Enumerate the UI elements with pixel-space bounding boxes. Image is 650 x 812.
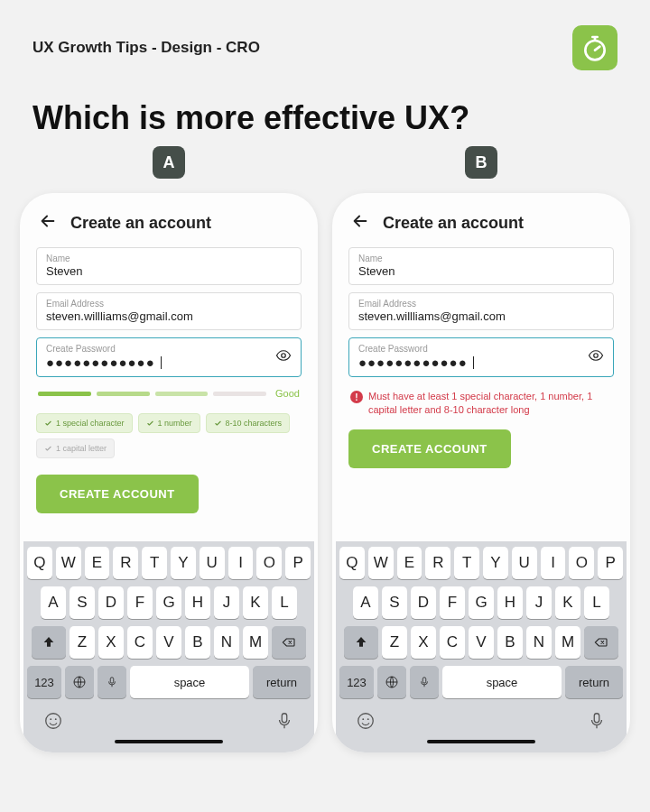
- strength-seg-4: [213, 392, 266, 396]
- password-field[interactable]: Create Password ●●●●●●●●●●●●: [348, 337, 614, 377]
- globe-key[interactable]: [65, 666, 94, 698]
- globe-key[interactable]: [377, 666, 406, 698]
- key-y[interactable]: Y: [483, 547, 508, 579]
- key-r[interactable]: R: [425, 547, 450, 579]
- key-h[interactable]: H: [497, 586, 523, 619]
- return-key[interactable]: return: [565, 666, 623, 698]
- key-w[interactable]: W: [56, 547, 81, 579]
- key-v[interactable]: V: [469, 626, 494, 659]
- svg-point-11: [358, 714, 374, 729]
- svg-rect-7: [282, 714, 287, 723]
- key-y[interactable]: Y: [171, 547, 196, 579]
- eye-icon[interactable]: [275, 347, 292, 367]
- emoji-icon[interactable]: [356, 711, 376, 734]
- key-q[interactable]: Q: [339, 547, 365, 579]
- key-s[interactable]: S: [382, 586, 407, 619]
- strength-seg-3: [155, 392, 209, 396]
- key-m[interactable]: M: [243, 626, 268, 659]
- key-c[interactable]: C: [127, 626, 153, 659]
- space-key[interactable]: space: [442, 666, 562, 698]
- email-value: steven.willliams@gmail.com: [358, 309, 604, 323]
- rule-chip: 8-10 characters: [206, 413, 291, 433]
- key-t[interactable]: T: [142, 547, 167, 579]
- svg-rect-14: [594, 714, 599, 723]
- key-p[interactable]: P: [285, 547, 311, 579]
- key-k[interactable]: K: [555, 586, 580, 619]
- key-n[interactable]: N: [526, 626, 552, 659]
- backspace-key[interactable]: [584, 626, 618, 659]
- key-j[interactable]: J: [214, 586, 239, 619]
- email-field[interactable]: Email Address steven.willliams@gmail.com: [36, 292, 302, 330]
- key-x[interactable]: X: [98, 626, 124, 659]
- key-m[interactable]: M: [555, 626, 580, 659]
- brand-stopwatch-icon: [572, 25, 618, 70]
- back-arrow-icon[interactable]: [38, 211, 58, 235]
- emoji-icon[interactable]: [43, 711, 63, 734]
- shift-key[interactable]: [344, 626, 378, 659]
- key-f[interactable]: F: [440, 586, 465, 619]
- backspace-key[interactable]: [272, 626, 306, 659]
- home-indicator: [115, 740, 223, 743]
- return-key[interactable]: return: [253, 666, 311, 698]
- key-a[interactable]: A: [41, 586, 66, 619]
- key-p[interactable]: P: [598, 547, 623, 579]
- key-o[interactable]: O: [256, 547, 282, 579]
- key-e[interactable]: E: [397, 547, 422, 579]
- key-h[interactable]: H: [185, 586, 210, 619]
- text-cursor: [161, 356, 162, 369]
- key-u[interactable]: U: [200, 547, 225, 579]
- back-arrow-icon[interactable]: [350, 211, 370, 235]
- key-b[interactable]: B: [185, 626, 210, 659]
- variant-badge-b: B: [465, 146, 497, 179]
- email-field[interactable]: Email Address steven.willliams@gmail.com: [348, 292, 614, 330]
- key-v[interactable]: V: [156, 626, 181, 659]
- screen-title: Create an account: [70, 214, 211, 233]
- key-d[interactable]: D: [98, 586, 124, 619]
- create-account-button[interactable]: CREATE ACCOUNT: [36, 475, 199, 513]
- key-i[interactable]: I: [541, 547, 566, 579]
- key-a[interactable]: A: [353, 586, 378, 619]
- key-j[interactable]: J: [526, 586, 552, 619]
- key-r[interactable]: R: [113, 547, 138, 579]
- key-k[interactable]: K: [243, 586, 268, 619]
- key-l[interactable]: L: [584, 586, 609, 619]
- name-field[interactable]: Name Steven: [36, 247, 302, 285]
- key-c[interactable]: C: [440, 626, 465, 659]
- dictate-icon[interactable]: [587, 711, 607, 734]
- create-account-button[interactable]: CREATE ACCOUNT: [348, 429, 511, 468]
- password-field[interactable]: Create Password ●●●●●●●●●●●●: [36, 337, 302, 377]
- key-t[interactable]: T: [454, 547, 479, 579]
- key-d[interactable]: D: [411, 586, 436, 619]
- numbers-key[interactable]: 123: [27, 666, 61, 698]
- key-o[interactable]: O: [569, 547, 594, 579]
- name-value: Steven: [358, 264, 604, 278]
- svg-point-13: [367, 718, 369, 720]
- key-x[interactable]: X: [411, 626, 436, 659]
- key-z[interactable]: Z: [382, 626, 407, 659]
- shift-key[interactable]: [32, 626, 66, 659]
- key-g[interactable]: G: [156, 586, 181, 619]
- space-key[interactable]: space: [130, 666, 249, 698]
- key-q[interactable]: Q: [27, 547, 52, 579]
- mic-key[interactable]: [98, 666, 126, 698]
- name-field[interactable]: Name Steven: [348, 247, 614, 285]
- strength-seg-1: [38, 392, 91, 396]
- password-dots: ●●●●●●●●●●●●: [358, 355, 468, 370]
- key-i[interactable]: I: [228, 547, 254, 579]
- key-n[interactable]: N: [214, 626, 239, 659]
- key-w[interactable]: W: [368, 547, 394, 579]
- key-z[interactable]: Z: [70, 626, 95, 659]
- rule-chip: 1 number: [138, 413, 200, 433]
- key-b[interactable]: B: [497, 626, 523, 659]
- dictate-icon[interactable]: [274, 711, 294, 734]
- key-f[interactable]: F: [127, 586, 153, 619]
- eye-icon[interactable]: [588, 347, 604, 367]
- numbers-key[interactable]: 123: [339, 666, 374, 698]
- key-s[interactable]: S: [70, 586, 95, 619]
- mic-key[interactable]: [410, 666, 439, 698]
- header-title: UX Growth Tips - Design - CRO: [32, 39, 260, 57]
- key-l[interactable]: L: [272, 586, 297, 619]
- key-g[interactable]: G: [469, 586, 494, 619]
- key-u[interactable]: U: [512, 547, 537, 579]
- key-e[interactable]: E: [85, 547, 110, 579]
